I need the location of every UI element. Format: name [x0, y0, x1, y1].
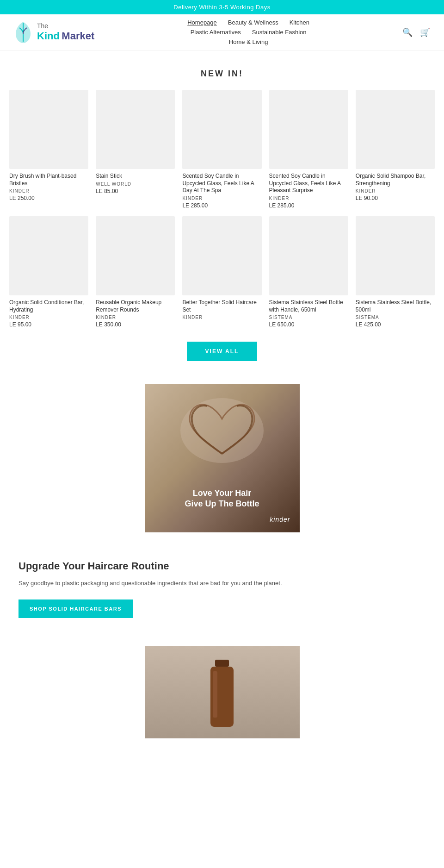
- svg-rect-3: [213, 671, 217, 718]
- product-name: Stain Stick: [96, 173, 175, 180]
- product-name: Organic Solid Shampoo Bar, Strengthening: [356, 173, 435, 187]
- view-all-button[interactable]: VIEW ALL: [187, 342, 258, 361]
- product-price: LE 85.00: [96, 188, 175, 194]
- product-image: [96, 216, 175, 295]
- new-in-title: NEW IN!: [9, 69, 435, 79]
- product-name: Sistema Stainless Steel Bottle with Hand…: [269, 299, 348, 313]
- product-card[interactable]: Scented Soy Candle in Upcycled Glass, Fe…: [182, 90, 261, 209]
- product-card[interactable]: Better Together Solid Haircare SetKINDER: [182, 216, 261, 328]
- product-price: LE 90.00: [356, 195, 435, 201]
- main-nav: Homepage Beauty & Wellness Kitchen Plast…: [187, 19, 309, 45]
- product-image: [269, 216, 348, 295]
- product-brand: KINDER: [182, 196, 261, 201]
- site-header: The Kind Market Homepage Beauty & Wellne…: [0, 14, 444, 50]
- product-brand: KINDER: [9, 315, 88, 320]
- product-name: Dry Brush with Plant-based Bristles: [9, 173, 88, 187]
- product-card[interactable]: Organic Solid Shampoo Bar, Strengthening…: [356, 90, 435, 209]
- logo-text: The Kind Market: [37, 22, 94, 42]
- product-name: Scented Soy Candle in Upcycled Glass, Fe…: [269, 173, 348, 194]
- product-image: [356, 216, 435, 295]
- haircare-description: Say goodbye to plastic packaging and que…: [18, 579, 296, 588]
- promo-text-overlay: Love Your Hair Give Up The Bottle: [145, 488, 300, 510]
- bottom-banner: [145, 646, 300, 738]
- svg-rect-1: [215, 660, 229, 667]
- product-name: Sistema Stainless Steel Bottle, 500ml: [356, 299, 435, 313]
- product-name: Reusable Organic Makeup Remover Rounds: [96, 299, 175, 313]
- logo-kind: Kind: [37, 30, 60, 42]
- hair-heart-image: [176, 393, 268, 468]
- search-icon: 🔍: [402, 28, 413, 37]
- product-brand: SISTEMA: [356, 315, 435, 320]
- view-all-container: VIEW ALL: [9, 342, 435, 361]
- product-image: [269, 90, 348, 169]
- main-content: NEW IN! Dry Brush with Plant-based Brist…: [0, 69, 444, 738]
- logo-icon: [14, 21, 32, 44]
- nav-row-1: Homepage Beauty & Wellness Kitchen: [187, 19, 309, 26]
- nav-homepage[interactable]: Homepage: [187, 19, 217, 26]
- promo-banner: Love Your Hair Give Up The Bottle kinder: [145, 384, 300, 532]
- product-image: [182, 216, 261, 295]
- product-card[interactable]: Dry Brush with Plant-based BristlesKINDE…: [9, 90, 88, 209]
- announcement-bar: Delivery Within 3-5 Working Days: [0, 0, 444, 14]
- product-name: Organic Solid Conditioner Bar, Hydrating: [9, 299, 88, 313]
- nav-row-3: Home & Living: [229, 38, 268, 45]
- product-card[interactable]: Sistema Stainless Steel Bottle with Hand…: [269, 216, 348, 328]
- product-brand: KINDER: [96, 315, 175, 320]
- product-brand: KINDER: [269, 196, 348, 201]
- product-image: [182, 90, 261, 169]
- nav-home-living[interactable]: Home & Living: [229, 38, 268, 45]
- product-price: LE 650.00: [269, 321, 348, 328]
- shop-haircare-button[interactable]: SHOP SOLID HAIRCARE BARS: [18, 599, 133, 618]
- product-card[interactable]: Reusable Organic Makeup Remover RoundsKI…: [96, 216, 175, 328]
- nav-kitchen[interactable]: Kitchen: [290, 19, 309, 26]
- product-image: [9, 90, 88, 169]
- products-grid: Dry Brush with Plant-based BristlesKINDE…: [9, 90, 435, 328]
- product-brand: KINDER: [182, 315, 261, 320]
- promo-line1: Love Your Hair: [145, 488, 300, 499]
- product-name: Scented Soy Candle in Upcycled Glass, Fe…: [182, 173, 261, 194]
- nav-sustainable[interactable]: Sustainable Fashion: [252, 29, 307, 36]
- nav-plastic[interactable]: Plastic Alternatives: [191, 29, 241, 36]
- nav-beauty[interactable]: Beauty & Wellness: [228, 19, 278, 26]
- product-card[interactable]: Organic Solid Conditioner Bar, Hydrating…: [9, 216, 88, 328]
- product-brand: KINDER: [356, 188, 435, 194]
- product-price: LE 350.00: [96, 321, 175, 328]
- product-price: LE 425.00: [356, 321, 435, 328]
- nav-row-2: Plastic Alternatives Sustainable Fashion: [191, 29, 307, 36]
- haircare-section: Upgrade Your Haircare Routine Say goodby…: [9, 546, 435, 632]
- logo[interactable]: The Kind Market: [14, 21, 94, 44]
- cart-button[interactable]: 🛒: [420, 27, 430, 37]
- promo-brand: kinder: [270, 516, 290, 523]
- logo-market: Market: [62, 30, 94, 42]
- search-button[interactable]: 🔍: [402, 27, 413, 37]
- product-image: [9, 216, 88, 295]
- product-card[interactable]: Scented Soy Candle in Upcycled Glass, Fe…: [269, 90, 348, 209]
- product-price: LE 250.00: [9, 195, 88, 201]
- bottom-banner-inner: [145, 646, 300, 738]
- product-brand: SISTEMA: [269, 315, 348, 320]
- product-brand: KINDER: [9, 188, 88, 194]
- product-name: Better Together Solid Haircare Set: [182, 299, 261, 313]
- product-image: [356, 90, 435, 169]
- cart-icon: 🛒: [420, 28, 430, 37]
- product-price: LE 285.00: [269, 202, 348, 209]
- header-icons: 🔍 🛒: [402, 27, 430, 37]
- promo-line2: Give Up The Bottle: [145, 499, 300, 509]
- logo-the: The: [37, 22, 94, 30]
- bottle-image: [199, 650, 245, 734]
- haircare-title: Upgrade Your Haircare Routine: [18, 560, 426, 572]
- promo-banner-inner: Love Your Hair Give Up The Bottle kinder: [145, 384, 300, 532]
- product-card[interactable]: Stain StickWELL WORLDLE 85.00: [96, 90, 175, 209]
- product-brand: WELL WORLD: [96, 181, 175, 187]
- product-price: LE 285.00: [182, 202, 261, 209]
- product-card[interactable]: Sistema Stainless Steel Bottle, 500mlSIS…: [356, 216, 435, 328]
- announcement-text: Delivery Within 3-5 Working Days: [173, 4, 270, 11]
- product-price: LE 95.00: [9, 321, 88, 328]
- product-image: [96, 90, 175, 169]
